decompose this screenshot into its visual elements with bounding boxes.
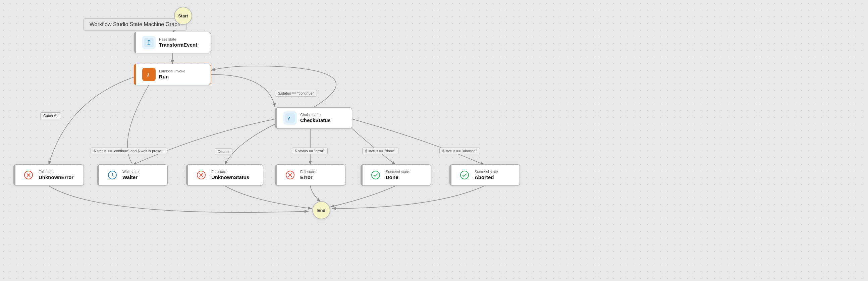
check-status-node[interactable]: ? Choice state CheckStatus bbox=[275, 107, 352, 129]
node-content: Succeed state Aborted bbox=[455, 168, 498, 182]
succeed-icon-2 bbox=[460, 170, 469, 180]
node-content: Fail state UnknownStatus bbox=[191, 168, 249, 182]
done-name: Done bbox=[386, 174, 409, 181]
pass-icon bbox=[144, 38, 154, 47]
end-label: End bbox=[317, 208, 326, 213]
fail-icon-1 bbox=[24, 170, 33, 180]
aborted-text: Succeed state Aborted bbox=[474, 170, 498, 181]
continue-text: $.status == "continue" bbox=[278, 91, 314, 95]
check-status-text: Choice state CheckStatus bbox=[300, 113, 331, 124]
title-text: Workflow Studio State Machine Graph bbox=[90, 22, 181, 27]
node-content: Fail state UnknownError bbox=[19, 168, 73, 182]
aborted-cond-text: $.status == "aborted" bbox=[442, 149, 477, 153]
run-name: Run bbox=[159, 73, 185, 80]
node-content: Succeed state Done bbox=[366, 168, 409, 182]
unknown-status-node[interactable]: Fail state UnknownStatus bbox=[186, 164, 263, 186]
fail-icon-bg-3 bbox=[283, 168, 297, 182]
continue-label: $.status == "continue" bbox=[275, 90, 317, 97]
error-node[interactable]: Fail state Error bbox=[275, 164, 345, 186]
aborted-left-bar bbox=[450, 165, 452, 185]
svg-text:?: ? bbox=[287, 115, 290, 122]
check-status-type: Choice state bbox=[300, 113, 331, 117]
unknown-status-name: UnknownStatus bbox=[211, 174, 249, 181]
fail-icon-3 bbox=[285, 170, 295, 180]
unknown-error-type: Fail state bbox=[38, 170, 73, 174]
catch1-label: Catch #1 bbox=[40, 112, 61, 119]
unknown-error-node[interactable]: Fail state UnknownError bbox=[13, 164, 84, 186]
start-label: Start bbox=[178, 13, 188, 19]
node-content: Fail state Error bbox=[280, 168, 315, 182]
choice-icon: ? bbox=[285, 113, 295, 123]
default-label: Default bbox=[215, 148, 232, 155]
continue-wait-label: $.status == "continue" and $.wait is pre… bbox=[91, 148, 167, 154]
lambda-icon: λ bbox=[144, 70, 154, 79]
graph-title-label: Workflow Studio State Machine Graph bbox=[83, 19, 187, 31]
run-type: Lambda: Invoke bbox=[159, 69, 185, 73]
node-content: λ Lambda: Invoke Run bbox=[139, 68, 185, 81]
wait-icon-bg bbox=[106, 168, 119, 182]
svg-point-23 bbox=[461, 171, 469, 179]
waiter-left-bar bbox=[98, 165, 99, 185]
aborted-name: Aborted bbox=[474, 174, 498, 181]
transform-event-type: Pass state bbox=[159, 37, 197, 41]
succeed-icon-bg-2 bbox=[458, 168, 471, 182]
svg-text:λ: λ bbox=[147, 72, 149, 78]
error-type: Fail state bbox=[300, 170, 315, 174]
aborted-cond-label: $.status == "aborted" bbox=[439, 148, 480, 154]
fail-icon-bg-1 bbox=[22, 168, 35, 182]
done-node[interactable]: Succeed state Done bbox=[361, 164, 431, 186]
done-cond-label: $.status == "done" bbox=[362, 148, 398, 154]
done-cond-text: $.status == "done" bbox=[365, 149, 396, 153]
run-left-bar bbox=[134, 64, 136, 85]
check-status-name: CheckStatus bbox=[300, 117, 331, 124]
node-content: Pass state TransformEvent bbox=[139, 36, 197, 49]
catch1-text: Catch #1 bbox=[43, 114, 58, 118]
pass-icon-bg bbox=[142, 36, 156, 49]
unknown-error-name: UnknownError bbox=[38, 174, 73, 181]
waiter-text: Wait state Waiter bbox=[122, 170, 139, 181]
done-text: Succeed state Done bbox=[386, 170, 409, 181]
node-content: ? Choice state CheckStatus bbox=[280, 111, 331, 125]
run-text: Lambda: Invoke Run bbox=[159, 69, 185, 80]
lambda-icon-bg: λ bbox=[142, 68, 156, 81]
svg-line-15 bbox=[112, 176, 114, 176]
node-content: Wait state Waiter bbox=[102, 168, 139, 182]
succeed-icon-bg-1 bbox=[369, 168, 382, 182]
unknown-status-text: Fail state UnknownStatus bbox=[211, 170, 249, 181]
run-node[interactable]: λ Lambda: Invoke Run bbox=[134, 64, 211, 85]
unknownerr-left-bar bbox=[14, 165, 16, 185]
error-cond-label: $.status == "error" bbox=[292, 148, 328, 154]
waiter-node[interactable]: Wait state Waiter bbox=[97, 164, 168, 186]
end-node: End bbox=[312, 201, 330, 219]
unknownstatus-left-bar bbox=[186, 165, 188, 185]
aborted-node[interactable]: Succeed state Aborted bbox=[450, 164, 520, 186]
node-left-bar bbox=[134, 32, 136, 53]
default-text: Default bbox=[218, 150, 229, 154]
fail-icon-bg-2 bbox=[194, 168, 208, 182]
waiter-name: Waiter bbox=[122, 174, 139, 181]
continue-wait-text: $.status == "continue" and $.wait is pre… bbox=[94, 149, 164, 153]
transform-event-node[interactable]: Pass state TransformEvent bbox=[134, 32, 211, 53]
unknown-status-type: Fail state bbox=[211, 170, 249, 174]
waiter-type: Wait state bbox=[122, 170, 139, 174]
done-type: Succeed state bbox=[386, 170, 409, 174]
aborted-type: Succeed state bbox=[474, 170, 498, 174]
choice-icon-bg: ? bbox=[283, 111, 297, 125]
start-node: Start bbox=[174, 7, 192, 25]
succeed-icon-1 bbox=[371, 170, 380, 180]
error-name: Error bbox=[300, 174, 315, 181]
error-text: Fail state Error bbox=[300, 170, 315, 181]
transform-event-text: Pass state TransformEvent bbox=[159, 37, 197, 48]
error-cond-text: $.status == "error" bbox=[295, 149, 325, 153]
unknown-error-text: Fail state UnknownError bbox=[38, 170, 73, 181]
transform-event-name: TransformEvent bbox=[159, 41, 197, 48]
fail-icon-2 bbox=[196, 170, 206, 180]
done-left-bar bbox=[361, 165, 363, 185]
wait-icon bbox=[108, 170, 117, 180]
check-left-bar bbox=[275, 107, 277, 128]
error-left-bar bbox=[275, 165, 277, 185]
svg-point-22 bbox=[372, 171, 380, 179]
